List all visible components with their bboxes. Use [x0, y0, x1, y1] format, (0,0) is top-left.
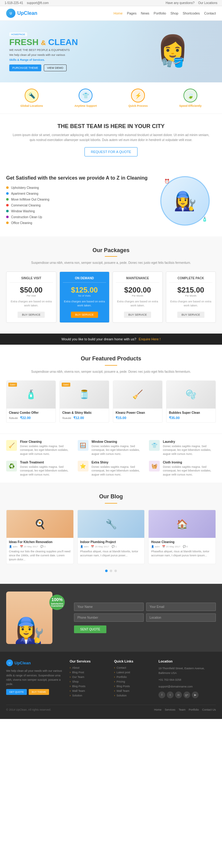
- social-twitter[interactable]: t: [167, 691, 173, 698]
- product-2-emoji: 🫙: [79, 390, 90, 400]
- product-1-sale: Sale!: [8, 383, 17, 386]
- blog-card-3[interactable]: 🏠 House Cleaning 👤 adm 📅 20 May 2017 💬 0…: [148, 510, 216, 564]
- blog-meta-3: 👤 adm 📅 20 May 2017 💬 0: [151, 545, 213, 548]
- product-1-emoji: 🧴: [26, 390, 36, 400]
- footer-link-3[interactable]: Portfolio: [114, 676, 152, 679]
- product-4[interactable]: 🫧 Bubbles Super Clean ₹35.00: [166, 380, 216, 423]
- best-team-section: THE BEST TEAM IS HERE IN YOUR CITY Lorem…: [0, 114, 222, 166]
- footer-link-7[interactable]: Solution: [114, 694, 152, 697]
- social-linkedin[interactable]: in: [175, 691, 182, 698]
- footer-services-title: Our Services: [70, 659, 108, 663]
- nav-shortcodes[interactable]: Shortcodes: [183, 11, 200, 15]
- footer-link-6[interactable]: Wall Team: [114, 689, 152, 692]
- footer-service-1[interactable]: About: [70, 666, 108, 669]
- blog-dot-2[interactable]: [110, 569, 112, 572]
- package-single-price: $50.00: [9, 286, 53, 294]
- top-bar-left: 1-518-225-41 support@ft.com: [5, 1, 49, 5]
- blog-grid: 🍳 Ideas For Kitchen Renovation 👤 adm 📅 2…: [6, 510, 216, 564]
- demo-button[interactable]: VIEW DEMO: [44, 64, 67, 71]
- feature-label-speed: Speed Efficiently: [179, 104, 202, 107]
- service-list-floor-title: Floor Cleaning: [20, 440, 73, 443]
- product-2-pricing: ₹14.00 ₹12.00: [62, 416, 106, 420]
- enquire-banner: Would you like to build your dream home …: [0, 334, 222, 345]
- logo: U UpClean: [6, 9, 37, 18]
- package-ondemand-buy[interactable]: BUY SERVICE: [71, 312, 98, 318]
- footer-bottom-portfolio[interactable]: Portfolio: [189, 708, 199, 711]
- blog-dot-1[interactable]: [105, 569, 107, 572]
- request-quote-button[interactable]: REQUEST FOR A QUOTE: [85, 147, 138, 156]
- package-complete-price: $215.00: [169, 286, 213, 294]
- feature-icon-quick: ⚡: [131, 89, 145, 102]
- quote-email-input[interactable]: [146, 602, 216, 611]
- product-3[interactable]: 🧹 Kleanz Power Clean ₹15.00: [113, 380, 162, 423]
- blog-text-1: Creating our lists the cleaning supplies…: [9, 550, 71, 561]
- quote-phone-input[interactable]: [74, 614, 144, 622]
- question-link[interactable]: Have any questions?: [166, 1, 194, 5]
- product-1-pricing: ₹25.00 ₹22.00: [9, 416, 53, 420]
- feature-speed: 🍃 Speed Efficiently: [179, 89, 202, 107]
- footer-link-1[interactable]: Contact: [114, 666, 152, 669]
- blog-card-2[interactable]: 🔧 Indoor Plumbing Project 👤 adm 📅 20 May…: [77, 510, 145, 564]
- service-list-window-icon: 🪟: [78, 440, 89, 451]
- blog-author-2: 👤 adm: [80, 545, 89, 548]
- social-facebook[interactable]: f: [158, 691, 165, 698]
- nav-news[interactable]: News: [141, 11, 150, 15]
- package-single-desc: Extra charges are based on extra work ta…: [9, 300, 53, 308]
- blog-card-1[interactable]: 🍳 Ideas For Kitchen Renovation 👤 adm 📅 2…: [6, 510, 74, 564]
- service-item-3: Move In/Move Out Cleaning: [6, 198, 148, 201]
- footer-service-3[interactable]: Our Team: [70, 676, 108, 679]
- footer-quote-button[interactable]: GET QUOTE: [6, 689, 27, 695]
- footer-links-list: Contact Latest post Portfolio Pricing Bl…: [114, 666, 152, 697]
- social-youtube[interactable]: ▶: [192, 691, 198, 698]
- copyright: © 2014 UpClean. All rights reserved.: [6, 708, 51, 711]
- package-single-buy[interactable]: BUY SERVICE: [18, 312, 45, 318]
- footer-service-7[interactable]: Solution: [70, 694, 108, 697]
- nav-contact[interactable]: Contact: [204, 11, 216, 15]
- quote-section: 👩‍🔧 100% Satisfaction Guaranteed SENT QU…: [0, 584, 222, 652]
- services-right: 👩‍🔧 ⏰ 🧴: [154, 175, 216, 227]
- quote-name-input[interactable]: [74, 602, 144, 611]
- service-item-7: Office Cleaning: [6, 221, 148, 225]
- nav-home[interactable]: Home: [114, 11, 122, 15]
- footer-service-5[interactable]: Blog Posts: [70, 685, 108, 688]
- social-icons: f t in g+ ▶: [158, 691, 216, 698]
- footer-link-4[interactable]: Pricing: [114, 680, 152, 683]
- package-maintenance-desc: Extra charges are based on extra work ta…: [116, 300, 159, 308]
- package-maintenance-buy[interactable]: BUY SERVICE: [124, 312, 151, 318]
- services-list-grid: 🧹 Floor Cleaning Donec sodales sagittis …: [0, 434, 222, 483]
- footer-service-2[interactable]: Blog Post: [70, 671, 108, 674]
- nav-shop[interactable]: Shop: [170, 11, 179, 15]
- service-list-ironing-icon: 🧺: [149, 461, 160, 471]
- footer-link-5[interactable]: Blog Posts: [114, 685, 152, 688]
- quote-location-input[interactable]: [146, 614, 216, 622]
- locations-link[interactable]: Our Locations: [198, 1, 217, 5]
- product-1[interactable]: Sale! 🧴 Cleanz Combo Offer ₹25.00 ₹22.00: [6, 380, 56, 423]
- nav-pages[interactable]: Pages: [127, 11, 136, 15]
- footer-bottom-home[interactable]: Home: [154, 708, 162, 711]
- footer-link-2[interactable]: Latest post: [114, 671, 152, 674]
- hero-desc2: Skills & Range of Services.: [9, 58, 78, 61]
- footer-bottom-services[interactable]: Services: [165, 708, 176, 711]
- package-complete-period: Per Month: [169, 294, 213, 297]
- products-grid: Sale! 🧴 Cleanz Combo Offer ₹25.00 ₹22.00…: [6, 380, 216, 423]
- product-3-info: Kleanz Power Clean ₹15.00: [113, 408, 162, 423]
- quote-badge-text: Satisfaction Guaranteed: [49, 602, 65, 608]
- blog-dot-3[interactable]: [115, 569, 117, 572]
- social-google[interactable]: g+: [184, 691, 190, 698]
- blog-author-1: 👤 adm: [9, 545, 18, 548]
- footer-bottom-team[interactable]: Team: [179, 708, 185, 711]
- footer-theme-button[interactable]: BUY THEME: [29, 689, 49, 695]
- service-dot-4: [6, 204, 9, 207]
- product-2[interactable]: Sale! 🫙 Clean & Shiny Matic ₹14.00 ₹12.0…: [60, 380, 109, 423]
- send-quote-button[interactable]: SENT QUOTE: [74, 625, 106, 633]
- nav-portfolio[interactable]: Portfolio: [154, 11, 166, 15]
- package-complete-buy[interactable]: BUY SERVICE: [177, 312, 204, 318]
- footer-service-4[interactable]: Shop: [70, 680, 108, 683]
- hero-content: HOMEPAGE FRESH & CLEAN WE HAVE THE BEST …: [9, 32, 78, 71]
- footer-service-6[interactable]: Wall Team: [70, 689, 108, 692]
- blog-comments-3: 💬 0: [183, 545, 188, 548]
- enquire-link[interactable]: Enquire Here !: [139, 337, 161, 341]
- purchase-button[interactable]: PURCHASE THEME: [9, 64, 41, 71]
- package-ondemand: On Demand $125.00 No of Visits Extra cha…: [60, 272, 110, 323]
- footer-bottom-contact[interactable]: Contact Us: [202, 708, 216, 711]
